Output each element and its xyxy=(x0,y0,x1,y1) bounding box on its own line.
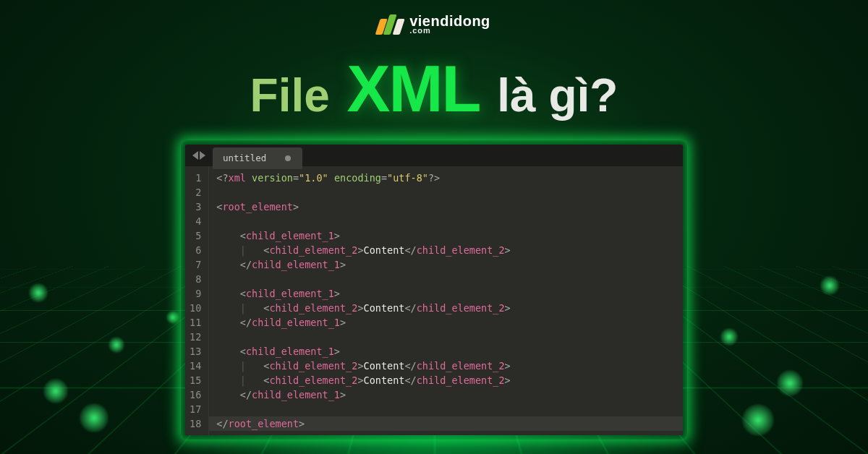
chevron-left-icon[interactable] xyxy=(192,151,198,160)
line-number: 7 xyxy=(190,257,201,272)
line-number: 2 xyxy=(190,185,201,200)
code-line: <child_element_1> xyxy=(216,286,676,301)
unsaved-dot-icon xyxy=(285,155,291,161)
line-number: 14 xyxy=(190,359,201,373)
line-number: 15 xyxy=(190,373,201,387)
code-line xyxy=(216,402,676,416)
code-line: | <child_element_2>Content</child_elemen… xyxy=(216,243,676,257)
brand-logo: viendidong .com xyxy=(378,14,490,35)
headline-part3: là gì? xyxy=(485,69,618,121)
code-line: </root_element> xyxy=(209,416,683,431)
code-line: <child_element_1> xyxy=(216,344,676,359)
headline-part2: XML xyxy=(347,53,480,125)
chevron-right-icon[interactable] xyxy=(200,151,205,160)
code-line xyxy=(216,272,676,286)
code-line xyxy=(216,214,676,228)
code-line: </child_element_1> xyxy=(216,315,676,330)
line-number: 5 xyxy=(190,228,201,243)
code-line: <root_element> xyxy=(216,200,676,214)
line-number: 12 xyxy=(190,330,201,344)
line-number: 9 xyxy=(190,286,201,301)
line-number: 10 xyxy=(190,301,201,315)
editor-tab[interactable]: untitled xyxy=(213,147,302,169)
line-number: 11 xyxy=(190,315,201,330)
code-line: <?xml version="1.0" encoding="utf-8"?> xyxy=(216,171,676,185)
code-editor: untitled 123456789101112131415161718 <?x… xyxy=(185,145,683,435)
line-number: 18 xyxy=(190,416,201,431)
line-number: 3 xyxy=(190,200,201,214)
code-line: | <child_element_2>Content</child_elemen… xyxy=(216,359,676,373)
code-line xyxy=(216,330,676,344)
line-number: 4 xyxy=(190,214,201,228)
editor-glow-frame: untitled 123456789101112131415161718 <?x… xyxy=(181,140,687,440)
code-area: 123456789101112131415161718 <?xml versio… xyxy=(185,166,683,435)
line-gutter: 123456789101112131415161718 xyxy=(185,166,209,435)
brand-domain: .com xyxy=(409,27,490,35)
code-line: </child_element_1> xyxy=(216,387,676,402)
code-line: </child_element_1> xyxy=(216,257,676,272)
code-line: | <child_element_2>Content</child_elemen… xyxy=(216,301,676,315)
tab-nav-arrows[interactable] xyxy=(192,151,205,160)
page-title: File XML là gì? xyxy=(0,52,868,127)
line-number: 8 xyxy=(190,272,201,286)
line-number: 6 xyxy=(190,243,201,257)
code-lines[interactable]: <?xml version="1.0" encoding="utf-8"?><r… xyxy=(209,166,683,435)
headline-part1: File xyxy=(250,69,343,121)
code-line: <child_element_1> xyxy=(216,228,676,243)
code-line: | <child_element_2>Content</child_elemen… xyxy=(216,373,676,387)
line-number: 13 xyxy=(190,344,201,359)
code-line xyxy=(216,185,676,200)
editor-tabbar: untitled xyxy=(185,145,683,166)
line-number: 17 xyxy=(190,402,201,416)
tab-title: untitled xyxy=(223,151,266,166)
logo-icon xyxy=(378,14,402,35)
line-number: 1 xyxy=(190,171,201,185)
line-number: 16 xyxy=(190,387,201,402)
logo-text: viendidong .com xyxy=(409,14,490,35)
